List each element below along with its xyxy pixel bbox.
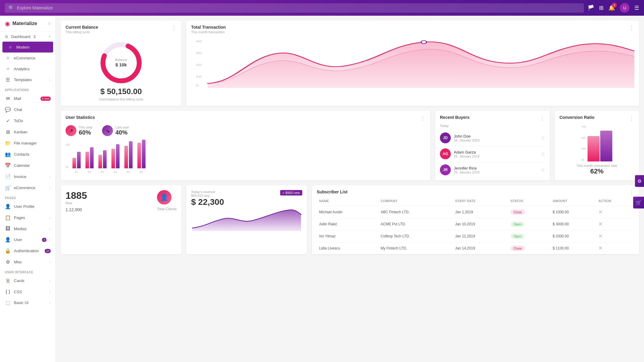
cell-action: ✕ [596, 230, 634, 242]
pages-label: PAGES [0, 193, 56, 201]
col-amount: AMOUNT [550, 196, 596, 206]
revenue-badge: + $900 new [280, 190, 302, 195]
applications-label: APPLICATIONS [0, 85, 56, 93]
sidebar-item-label: eCommerce [14, 186, 46, 190]
sidebar-item-cards[interactable]: 🃏 Cards › [0, 275, 56, 286]
balance-card-subtitle: This billing cycle [66, 30, 98, 34]
bar-chart: 10k 0k B1B2B3B4B5B6 [66, 140, 425, 173]
star-icon[interactable]: ☆ [541, 135, 545, 141]
bar-pink [85, 152, 89, 168]
transaction-chart-svg: 40 30 20 10 0 [191, 36, 634, 89]
filemanager-icon: 📁 [5, 140, 11, 146]
transaction-card-menu[interactable]: ⋮ [629, 25, 634, 31]
sidebar-item-misc[interactable]: ⚙ Misc › [0, 256, 56, 268]
sidebar-item-modern[interactable]: ○ Modern [2, 42, 53, 52]
subscriber-table-body: Michael AustinABC Fintech LTD.Jan 1,2019… [317, 206, 634, 254]
delete-icon[interactable]: ✕ [598, 221, 602, 227]
logo-settings-icon[interactable]: ⊙ [48, 22, 51, 26]
table-row: Aldin RakićACME Pvt LTD.Jan 10,2019Open$… [317, 218, 634, 230]
transaction-card-subtitle: This month transaction [191, 30, 226, 34]
misc-icon: ⚙ [5, 259, 11, 265]
sidebar-item-calendar[interactable]: 📅 Calendar [0, 160, 56, 171]
delete-icon[interactable]: ✕ [598, 233, 602, 239]
sidebar-item-css[interactable]: { } CSS › [0, 286, 56, 297]
conversion-card-menu[interactable]: ⋮ [629, 115, 634, 122]
nav-icons: 🏳️ ⊞ 🔔 5 U ☰ [588, 3, 639, 13]
sidebar-item-label: eCommerce [14, 56, 51, 60]
clients-label: New [66, 201, 87, 205]
bar-purple [77, 152, 81, 168]
sidebar-item-basicui[interactable]: ⬚ Basic UI › [0, 297, 56, 308]
sidebar-item-label: Cards [14, 278, 46, 283]
status-badge: Open [511, 233, 525, 239]
sidebar-item-chat[interactable]: 💬 Chat [0, 104, 56, 115]
sidebar-item-user[interactable]: 👤 User 3 › [0, 234, 56, 245]
buyer-item: JRJennifer Rice25. January 2019☆ [440, 162, 545, 178]
bar-group: B6 [137, 140, 146, 173]
ui-label: USER INTERFACE [0, 268, 56, 275]
col-name: NAME [317, 196, 378, 206]
clients-footer: Total Clients [157, 207, 177, 211]
conversion-body: 75k 50k 25k 0k This month conversion rat… [555, 122, 639, 179]
sidebar-item-mail[interactable]: ✉ Mail 5 new [0, 93, 56, 104]
buyers-card-title: Recent Buyers [440, 115, 469, 120]
row-2: User Statistics ⋮ ↗ This year 60% [61, 111, 639, 180]
cell-amount: $ 1100.00 [550, 242, 596, 254]
balance-card-header: Current Balance This billing cycle ⋮ [61, 21, 181, 34]
sidebar-item-invoice[interactable]: 📄 Invoice › [0, 171, 56, 182]
revenue-amount: $ 22,300 [191, 197, 302, 207]
star-icon[interactable]: ☆ [541, 151, 545, 157]
notification-icon[interactable]: 🔔 5 [608, 5, 615, 11]
bar-group: B3 [98, 150, 107, 173]
cell-1: ABC Fintech LTD. [378, 206, 453, 218]
metric-label-last-year: Last year [115, 125, 129, 129]
bar-label: B5 [127, 170, 130, 173]
sidebar-item-todo[interactable]: ✓ ToDo [0, 115, 56, 126]
buyers-card-menu[interactable]: ⋮ [540, 115, 545, 122]
balance-card-title: Current Balance [66, 25, 98, 30]
delete-icon[interactable]: ✕ [598, 246, 602, 251]
buyers-card-header: Recent Buyers ⋮ [435, 111, 550, 122]
sidebar-item-analytics[interactable]: ○ Analytics [0, 63, 56, 74]
col-status: STATUS [508, 196, 550, 206]
stats-card-menu[interactable]: ⋮ [420, 115, 425, 122]
search-bar[interactable]: 🔍 [5, 3, 584, 13]
sidebar-item-userprofile[interactable]: 👤 User Profile [0, 201, 56, 212]
sidebar-item-dashboard[interactable]: ⊙ Dashboard 3 ▾ [0, 32, 56, 42]
sidebar-item-pages[interactable]: 📋 Pages › [0, 212, 56, 223]
sidebar-item-medias[interactable]: 🖼 Medias › [0, 223, 56, 234]
subscriber-table: NAME COMPANY START DATE STATUS AMOUNT AC… [317, 196, 634, 254]
metric-value-last-year: 40% [115, 129, 129, 136]
delete-icon[interactable]: ✕ [598, 209, 602, 214]
bar-purple [90, 147, 94, 168]
sidebar-item-label: User Profile [14, 204, 51, 209]
sidebar-item-templates[interactable]: ☰ Templates › [0, 74, 56, 85]
sidebar-item-authentication[interactable]: 🔒 Authentication 10 [0, 245, 56, 256]
balance-card-menu[interactable]: ⋮ [171, 25, 177, 31]
clients-icon: 👤 [157, 190, 171, 205]
layout-icon[interactable]: ⊞ [599, 5, 604, 11]
cell-0: Iris Yilmaz [317, 230, 378, 242]
flag-icon[interactable]: 🏳️ [588, 5, 594, 11]
search-input[interactable] [17, 5, 580, 10]
cart-fab[interactable]: 🛒 [633, 197, 644, 208]
sidebar-item-label: User [14, 237, 39, 242]
conversion-card-header: Conversion Ratio ⋮ [555, 111, 639, 122]
avatar[interactable]: U [620, 3, 630, 13]
menu-icon[interactable]: ☰ [634, 5, 639, 11]
sidebar-item-ecommerce2[interactable]: 🛒 eCommerce › [0, 182, 56, 193]
star-icon[interactable]: ☆ [541, 167, 545, 173]
sidebar-item-filemanager[interactable]: 📁 File manager [0, 138, 56, 149]
subscriber-card-menu[interactable]: ⋮ [629, 189, 634, 196]
sidebar-item-ecommerce[interactable]: ○ eCommerce [0, 52, 56, 63]
bar-pink [98, 155, 102, 168]
cell-status: Open [508, 218, 550, 230]
donut-chart: Balance $ 10k [97, 39, 145, 87]
status-badge: Close [511, 209, 525, 215]
sidebar-item-contacts[interactable]: 👥 Contacts [0, 149, 56, 160]
cell-1: ACME Pvt LTD. [378, 218, 453, 230]
cell-0: Michael Austin [317, 206, 378, 218]
settings-fab[interactable]: ⚙ [635, 175, 644, 187]
sidebar-item-kanban[interactable]: ⊞ Kanban [0, 126, 56, 138]
cell-2: Jan 12,2019 [453, 230, 508, 242]
